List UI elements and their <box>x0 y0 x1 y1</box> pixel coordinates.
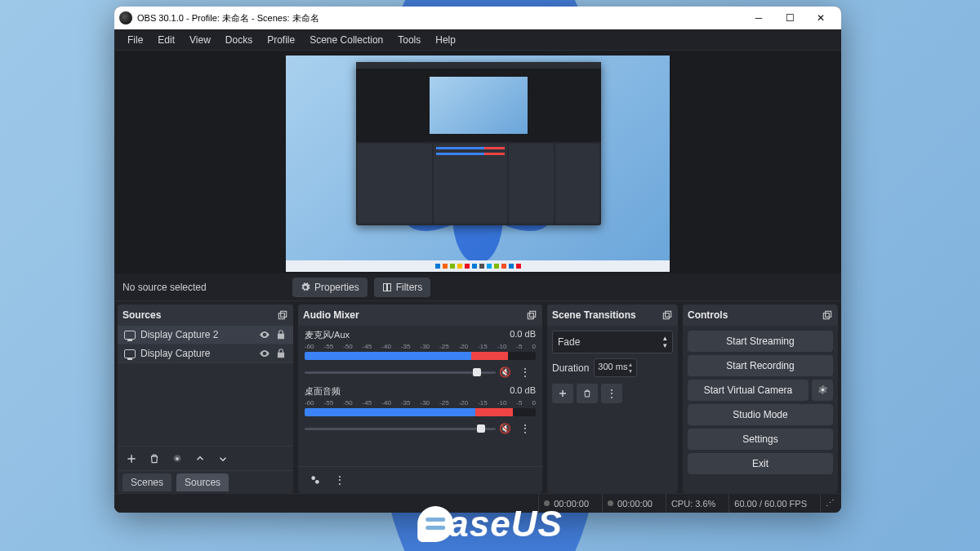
menu-edit[interactable]: Edit <box>151 32 181 48</box>
exit-button[interactable]: Exit <box>688 453 833 474</box>
cpu-status: CPU: 3.6% <box>666 494 720 513</box>
svg-point-20 <box>315 480 319 484</box>
volume-slider[interactable] <box>305 428 496 430</box>
rec-dot-icon <box>608 500 613 506</box>
move-down-button[interactable] <box>212 449 234 469</box>
controls-title: Controls <box>688 309 728 321</box>
svg-point-19 <box>311 476 315 480</box>
window-title: OBS 30.1.0 - Profile: 未命名 - Scenes: 未命名 <box>137 12 743 24</box>
speaker-muted-icon[interactable]: 🔇 <box>499 423 511 434</box>
source-item[interactable]: Display Capture <box>118 344 293 363</box>
obs-window: OBS 30.1.0 - Profile: 未命名 - Scenes: 未命名 … <box>114 7 841 513</box>
channel-menu-button[interactable]: ⋮ <box>514 419 536 438</box>
move-up-button[interactable] <box>189 449 211 469</box>
advanced-audio-button[interactable] <box>305 470 326 490</box>
menu-docks[interactable]: Docks <box>219 32 259 48</box>
eye-icon[interactable] <box>259 329 270 340</box>
menu-help[interactable]: Help <box>429 32 462 48</box>
nested-obs-window <box>356 62 601 225</box>
menu-profile[interactable]: Profile <box>261 32 301 48</box>
channel-name: 麦克风/Aux <box>305 329 350 341</box>
start-virtual-camera-button[interactable]: Start Virtual Camera <box>688 380 808 401</box>
channel-db: 0.0 dB <box>510 385 536 398</box>
duration-label: Duration <box>552 362 589 374</box>
svg-rect-21 <box>663 313 669 319</box>
maximize-button[interactable]: ☐ <box>774 7 805 29</box>
svg-rect-18 <box>530 311 536 317</box>
menubar: File Edit View Docks Profile Scene Colle… <box>114 29 841 51</box>
transition-menu-button[interactable]: ⋮ <box>601 384 622 403</box>
audio-mixer-panel: Audio Mixer 麦克风/Aux0.0 dB -60-55-50-45-4… <box>298 304 542 493</box>
svg-rect-23 <box>823 313 829 319</box>
resize-grip-icon[interactable]: ⋰ <box>820 494 835 513</box>
menu-file[interactable]: File <box>121 32 149 48</box>
preview-taskbar <box>286 260 670 272</box>
live-dot-icon <box>544 500 550 506</box>
svg-rect-14 <box>278 313 284 319</box>
svg-rect-12 <box>383 283 386 291</box>
source-label: Display Capture <box>140 348 254 359</box>
sources-title: Sources <box>122 309 161 321</box>
db-scale: -60-55-50-45-40-35-30-25-20-15-10-50 <box>305 399 536 407</box>
svg-rect-17 <box>528 313 533 319</box>
settings-button[interactable]: Settings <box>688 429 833 450</box>
popout-icon[interactable] <box>822 309 833 321</box>
source-item[interactable]: Display Capture 2 <box>118 326 293 344</box>
channel-menu-button[interactable]: ⋮ <box>514 362 536 382</box>
chevron-updown-icon: ▴▾ <box>663 335 667 349</box>
lock-icon[interactable] <box>275 348 287 359</box>
popout-icon[interactable] <box>277 309 288 321</box>
eye-icon[interactable] <box>259 348 270 359</box>
transition-select[interactable]: Fade ▴▾ <box>552 331 673 353</box>
popout-icon[interactable] <box>662 309 673 321</box>
dock-tabs: Scenes Sources <box>118 470 293 493</box>
remove-source-button[interactable] <box>144 449 165 469</box>
filters-icon <box>382 282 392 292</box>
record-status: 00:00:00 <box>602 494 657 513</box>
preview-area[interactable] <box>114 51 841 273</box>
popout-icon[interactable] <box>526 309 537 321</box>
add-transition-button[interactable] <box>552 384 573 403</box>
statusbar: 00:00:00 00:00:00 CPU: 3.6% 60.00 / 60.0… <box>114 493 841 513</box>
audio-tools: ⋮ <box>298 466 542 493</box>
start-streaming-button[interactable]: Start Streaming <box>688 331 833 352</box>
audio-title: Audio Mixer <box>303 309 359 321</box>
audio-meter <box>305 408 536 416</box>
studio-mode-button[interactable]: Studio Mode <box>688 404 833 425</box>
lock-icon[interactable] <box>275 329 287 340</box>
obs-icon <box>119 11 132 24</box>
source-settings-button[interactable] <box>167 449 188 469</box>
svg-rect-22 <box>666 311 671 317</box>
sources-tools <box>118 446 293 470</box>
close-button[interactable]: ✕ <box>805 7 836 29</box>
menu-tools[interactable]: Tools <box>391 32 427 48</box>
duration-spinner[interactable]: 300 ms ▲▼ <box>594 358 637 377</box>
display-icon <box>124 349 136 358</box>
tab-sources[interactable]: Sources <box>176 473 229 491</box>
fps-status: 60.00 / 60.00 FPS <box>728 494 812 513</box>
audio-menu-button[interactable]: ⋮ <box>329 470 350 490</box>
audio-channel: 桌面音频0.0 dB -60-55-50-45-40-35-30-25-20-1… <box>305 385 536 438</box>
start-recording-button[interactable]: Start Recording <box>688 355 833 376</box>
audio-channel: 麦克风/Aux0.0 dB -60-55-50-45-40-35-30-25-2… <box>305 329 536 382</box>
source-status-label: No source selected <box>122 282 286 293</box>
remove-transition-button[interactable] <box>577 384 598 403</box>
properties-button[interactable]: Properties <box>292 278 368 297</box>
tab-scenes[interactable]: Scenes <box>122 473 172 491</box>
audio-meter <box>305 352 536 360</box>
titlebar[interactable]: OBS 30.1.0 - Profile: 未命名 - Scenes: 未命名 … <box>114 7 841 29</box>
speaker-muted-icon[interactable]: 🔇 <box>499 367 511 378</box>
minimize-button[interactable]: ─ <box>743 7 774 29</box>
sources-panel: Sources Display Capture 2 Display Captur… <box>118 304 293 493</box>
menu-view[interactable]: View <box>183 32 217 48</box>
spinner-buttons[interactable]: ▲▼ <box>627 362 633 374</box>
source-toolbar: No source selected Properties Filters <box>114 273 841 301</box>
filters-button[interactable]: Filters <box>374 278 431 297</box>
transitions-title: Scene Transitions <box>552 309 636 321</box>
add-source-button[interactable] <box>121 449 142 469</box>
preview-canvas[interactable] <box>286 56 670 272</box>
virtual-camera-settings-button[interactable] <box>812 380 833 401</box>
volume-slider[interactable] <box>305 371 496 374</box>
source-label: Display Capture 2 <box>140 329 254 340</box>
menu-scene-collection[interactable]: Scene Collection <box>303 32 390 48</box>
